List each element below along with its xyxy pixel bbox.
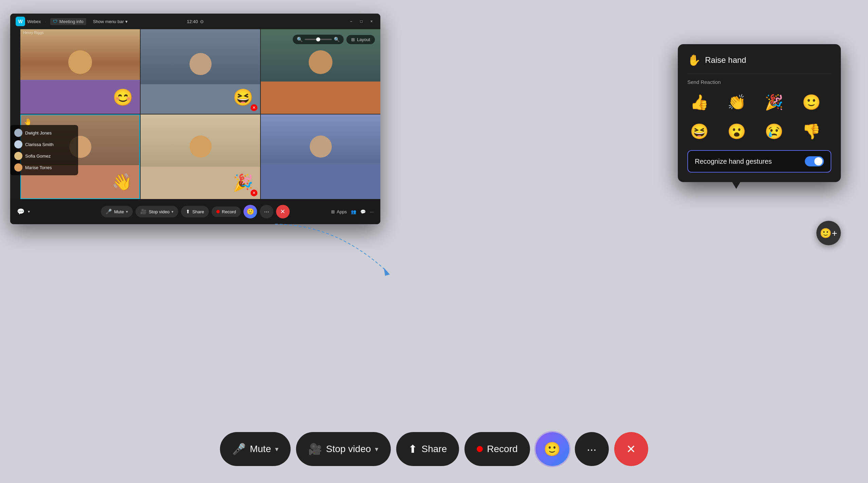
reactions-panel-header: ✋ Raise hand	[687, 54, 831, 67]
emoji-party[interactable]: 🎉	[762, 90, 786, 114]
large-reactions-button[interactable]: 🙂	[535, 432, 569, 466]
emoji-wow[interactable]: 😮	[725, 120, 748, 143]
chat-panel-icon: 💬	[360, 209, 366, 214]
title-bar: W Webex · 🛡 Meeting info Show menu bar ▾…	[10, 14, 380, 29]
reaction-emoji-4: 👋	[112, 173, 132, 192]
large-stop-video-button[interactable]: 🎥 Stop video ▾	[296, 432, 391, 466]
muted-badge-5: ✕	[251, 190, 257, 196]
shield-icon: 🛡	[53, 19, 57, 24]
apps-button[interactable]: ⊞ Apps	[331, 209, 347, 214]
more-button[interactable]: ···	[260, 205, 273, 218]
separator: ·	[45, 19, 46, 24]
mute-arrow-icon: ▾	[126, 210, 128, 214]
minimize-button[interactable]: −	[348, 18, 355, 25]
chat-icon[interactable]: 💬	[17, 208, 24, 215]
large-video-icon: 🎥	[308, 443, 322, 455]
large-mute-button[interactable]: 🎤 Mute ▾	[220, 432, 291, 466]
large-video-arrow: ▾	[375, 445, 378, 453]
large-share-button[interactable]: ⬆ Share	[396, 432, 459, 466]
emoji-thumbs-down[interactable]: 👎	[799, 120, 823, 143]
record-dot-icon	[216, 210, 220, 213]
meeting-info-button[interactable]: 🛡 Meeting info	[50, 18, 86, 25]
stop-video-button[interactable]: 🎥 Stop video ▾	[135, 206, 178, 217]
chat-panel-button[interactable]: 💬	[360, 209, 366, 214]
reaction-emoji-1: 😊	[113, 88, 133, 107]
raise-hand-text: Raise hand	[705, 55, 746, 65]
large-share-label: Share	[421, 444, 447, 454]
reactions-button[interactable]: 🙂	[243, 205, 257, 218]
layout-button[interactable]: ⊞ Layout	[346, 35, 375, 44]
layout-grid-icon: ⊞	[351, 37, 355, 42]
participants-button[interactable]: 👥	[351, 209, 356, 214]
more-panel-button[interactable]: ···	[370, 209, 374, 214]
video-area: 🔍 🔍 ⊞ Layout	[10, 29, 380, 199]
large-mic-icon: 🎤	[232, 443, 246, 455]
recognize-gestures-row: Recognize hand gestures	[687, 150, 831, 173]
share-button[interactable]: ⬆ Share	[181, 206, 209, 217]
large-end-call-button[interactable]: ✕	[614, 432, 648, 466]
participant-name-dwight: Dwight Jones	[25, 130, 52, 136]
chat-arrow-icon[interactable]: ▾	[28, 209, 30, 214]
end-call-button[interactable]: ✕	[276, 205, 290, 218]
emoji-add-icon: 🙂+	[820, 228, 837, 239]
zoom-out-icon[interactable]: 🔍	[297, 37, 303, 42]
meeting-info-label: Meeting info	[59, 19, 84, 24]
x-icon: ✕	[280, 208, 285, 215]
video-cell-1[interactable]: 😊 Henry Riggs	[20, 29, 140, 114]
window-controls: − □ ×	[348, 18, 375, 25]
video-cell-6[interactable]	[261, 114, 380, 199]
large-record-label: Record	[487, 444, 518, 454]
video-icon: 🎥	[140, 209, 147, 215]
record-label: Record	[222, 209, 236, 214]
zoom-slider[interactable]	[305, 39, 332, 40]
participant-name-marise: Marise Torres	[25, 165, 52, 170]
zoom-in-icon[interactable]: 🔍	[334, 37, 340, 42]
close-button[interactable]: ×	[368, 18, 375, 25]
video-cell-5[interactable]: 🎉 ✕	[141, 114, 260, 199]
video-cell-2[interactable]: 😆 ✕	[141, 29, 260, 114]
large-mute-label: Mute	[250, 444, 271, 454]
large-stop-video-label: Stop video	[326, 444, 371, 454]
clock-time: 12:40	[187, 19, 198, 24]
reactions-panel: ✋ Raise hand Send Reaction 👍 👏 🎉 🙂 😆 😮 😢…	[678, 44, 841, 182]
show-menu-label: Show menu bar	[93, 19, 124, 24]
muted-badge-2: ✕	[251, 104, 257, 111]
layout-label: Layout	[357, 37, 370, 42]
large-smiley-icon: 🙂	[544, 441, 561, 457]
zoom-controls: 🔍 🔍 ⊞ Layout	[293, 35, 375, 44]
mute-label: Mute	[114, 209, 124, 214]
emoji-laugh[interactable]: 😆	[687, 120, 711, 143]
show-menu-button[interactable]: Show menu bar ▾	[93, 19, 128, 24]
webex-window: W Webex · 🛡 Meeting info Show menu bar ▾…	[10, 14, 380, 224]
app-name: Webex	[27, 19, 41, 24]
avatar-marise	[14, 163, 22, 172]
emoji-thumbs-up[interactable]: 👍	[687, 90, 711, 114]
floating-emoji-add-button[interactable]: 🙂+	[816, 221, 841, 245]
emoji-clap[interactable]: 👏	[725, 90, 748, 114]
video-arrow-icon: ▾	[171, 210, 174, 214]
participant-item-sofia[interactable]: Sofia Gomez	[10, 150, 78, 162]
gestures-toggle[interactable]	[805, 156, 824, 166]
record-button[interactable]: Record	[212, 207, 241, 217]
webex-icon: W	[16, 17, 25, 26]
mute-button[interactable]: 🎤 Mute ▾	[101, 206, 133, 217]
send-reaction-label: Send Reaction	[687, 79, 831, 85]
avatar-sofia	[14, 152, 22, 160]
participant-item-dwight[interactable]: Dwight Jones	[10, 127, 78, 139]
apps-icon: ⊞	[331, 209, 335, 214]
toolbar-right: ⊞ Apps 👥 💬 ···	[331, 209, 374, 214]
share-icon: ⬆	[186, 209, 190, 215]
participant-item-marise[interactable]: Marise Torres	[10, 162, 78, 173]
zoom-bar[interactable]: 🔍 🔍	[293, 35, 344, 44]
maximize-button[interactable]: □	[358, 18, 365, 25]
person-video-6	[261, 114, 380, 199]
large-record-button[interactable]: Record	[465, 432, 530, 466]
large-more-button[interactable]: ···	[575, 432, 609, 466]
emoji-smile[interactable]: 🙂	[799, 90, 823, 114]
apps-label: Apps	[337, 209, 347, 214]
emoji-cry[interactable]: 😢	[762, 120, 786, 143]
ellipsis-icon: ···	[264, 208, 269, 215]
toolbar-left: 💬 ▾	[17, 208, 30, 215]
large-share-icon: ⬆	[408, 443, 417, 455]
participant-item-clarissa[interactable]: Clarissa Smith	[10, 139, 78, 150]
